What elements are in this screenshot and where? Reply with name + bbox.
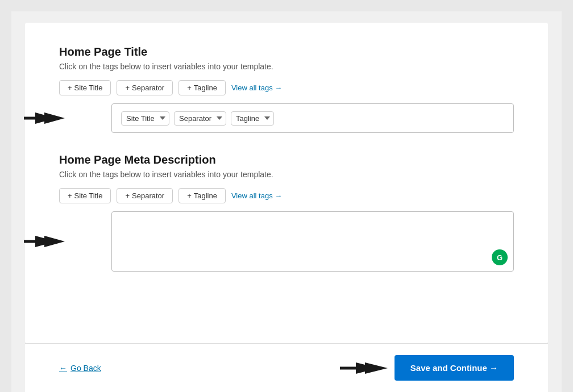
grammarly-icon: G bbox=[492, 249, 508, 265]
home-page-title-heading: Home Page Title bbox=[59, 45, 514, 59]
page-wrapper: Home Page Title Click on the tags below … bbox=[11, 11, 562, 392]
title-tokens-container: Site Title Separator Tagline bbox=[111, 103, 514, 133]
meta-add-site-title-tag-btn[interactable]: + Site Title bbox=[59, 188, 111, 203]
home-page-title-subtitle: Click on the tags below to insert variab… bbox=[59, 62, 514, 71]
home-page-meta-subtitle: Click on the tags below to insert variab… bbox=[59, 170, 514, 179]
meta-textarea-container: G bbox=[111, 211, 514, 272]
go-back-link[interactable]: ← Go Back bbox=[59, 364, 101, 373]
home-page-title-section: Home Page Title Click on the tags below … bbox=[59, 45, 514, 133]
footer-arrow-indicator bbox=[340, 360, 388, 376]
tagline-token-select[interactable]: Tagline bbox=[231, 111, 274, 126]
add-separator-tag-btn[interactable]: + Separator bbox=[117, 80, 173, 95]
title-tag-buttons: + Site Title + Separator + Tagline View … bbox=[59, 80, 514, 95]
meta-arrow-right-icon bbox=[24, 233, 65, 249]
meta-add-separator-tag-btn[interactable]: + Separator bbox=[117, 188, 173, 203]
footer-bar: ← Go Back Save and Continue → bbox=[25, 343, 548, 392]
meta-description-textarea[interactable] bbox=[112, 212, 513, 269]
add-tagline-tag-btn[interactable]: + Tagline bbox=[178, 80, 226, 95]
save-and-continue-button[interactable]: Save and Continue → bbox=[395, 355, 514, 381]
arrow-right-icon bbox=[24, 110, 65, 126]
home-page-meta-section: Home Page Meta Description Click on the … bbox=[59, 153, 514, 272]
view-all-tags-link[interactable]: View all tags → bbox=[231, 84, 282, 92]
title-input-row: Site Title Separator Tagline bbox=[59, 103, 514, 133]
meta-view-all-tags-link[interactable]: View all tags → bbox=[231, 191, 282, 200]
meta-tag-buttons: + Site Title + Separator + Tagline View … bbox=[59, 188, 514, 203]
meta-arrow-indicator bbox=[19, 233, 65, 249]
meta-add-tagline-tag-btn[interactable]: + Tagline bbox=[178, 188, 226, 203]
separator-token-select[interactable]: Separator bbox=[174, 111, 226, 126]
main-card: Home Page Title Click on the tags below … bbox=[25, 23, 548, 343]
home-page-meta-heading: Home Page Meta Description bbox=[59, 153, 514, 166]
title-arrow-indicator bbox=[19, 110, 65, 126]
footer-right: Save and Continue → bbox=[340, 355, 514, 381]
add-site-title-tag-btn[interactable]: + Site Title bbox=[59, 80, 111, 95]
site-title-token-select[interactable]: Site Title bbox=[121, 111, 169, 126]
meta-input-row: G bbox=[59, 211, 514, 272]
footer-arrow-right-icon bbox=[340, 360, 388, 376]
